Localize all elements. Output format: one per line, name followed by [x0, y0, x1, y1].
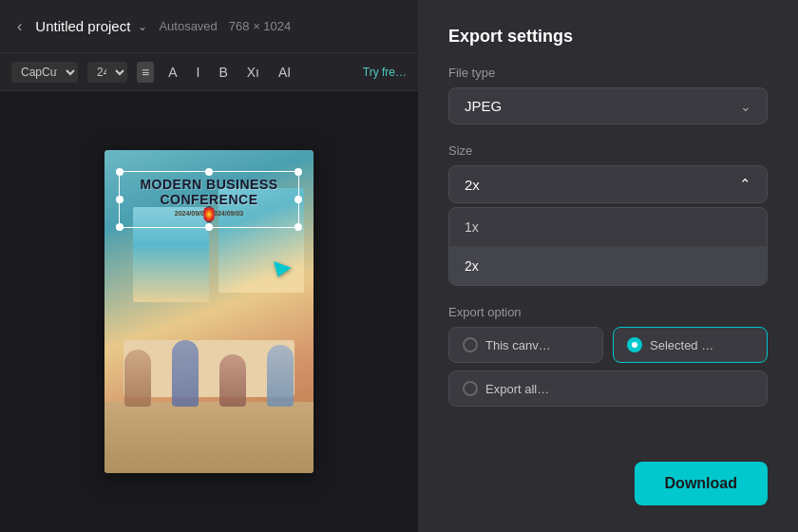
- handle-top-right[interactable]: [294, 168, 302, 176]
- size-label: Size: [448, 143, 768, 158]
- poster-figures: [114, 331, 304, 407]
- export-option-section: Export option This canv… Selected … Expo…: [448, 305, 768, 407]
- project-name: Untitled project: [35, 18, 130, 34]
- selected-label: Selected …: [650, 338, 713, 352]
- canvas-size: 768 × 1024: [229, 19, 291, 33]
- try-free-link[interactable]: Try fre…: [363, 66, 407, 79]
- canvas-area: 🏮 MODERN BUSINESS CONFERENCE 2024/09/01-…: [0, 91, 418, 532]
- file-type-chevron-icon: ⌄: [740, 99, 751, 114]
- export-title: Export settings: [448, 27, 768, 47]
- export-options-row: This canv… Selected …: [448, 327, 768, 363]
- handle-right-mid[interactable]: [294, 196, 302, 203]
- ai-button[interactable]: AI: [274, 62, 295, 83]
- font-selector[interactable]: CapCut-…: [11, 62, 78, 83]
- handle-bottom-left[interactable]: [116, 223, 124, 231]
- export-panel: Export settings File type JPEG ⌄ Size 2x…: [418, 0, 798, 532]
- font-size-selector[interactable]: 24 pt: [87, 62, 127, 83]
- selected-option[interactable]: Selected …: [613, 327, 768, 363]
- figure-2: [172, 340, 199, 407]
- size-section: Size 2x ⌃ 1x 2x: [448, 143, 768, 286]
- export-all-option[interactable]: Export all…: [448, 370, 768, 407]
- export-all-radio: [463, 381, 478, 396]
- size-value: 2x: [465, 177, 480, 193]
- editor-panel: ‹ Untitled project ⌄ Autosaved 768 × 102…: [0, 0, 418, 532]
- file-type-dropdown[interactable]: JPEG ⌄: [448, 87, 768, 124]
- editor-topbar: ‹ Untitled project ⌄ Autosaved 768 × 102…: [0, 0, 418, 53]
- file-type-section: File type JPEG ⌄: [448, 66, 768, 124]
- poster-floor: [104, 402, 314, 473]
- text-color-button[interactable]: A: [163, 62, 181, 83]
- xi-button[interactable]: Xı: [242, 62, 264, 83]
- figure-1: [124, 350, 151, 407]
- file-type-label: File type: [448, 66, 768, 80]
- canvas-card[interactable]: 🏮 MODERN BUSINESS CONFERENCE 2024/09/01-…: [104, 150, 314, 473]
- autosaved-status: Autosaved: [159, 19, 217, 33]
- handle-left-mid[interactable]: [116, 196, 124, 203]
- export-all-label: Export all…: [485, 382, 549, 396]
- this-canvas-option[interactable]: This canv…: [448, 327, 603, 363]
- size-chevron-icon: ⌃: [739, 176, 751, 193]
- size-options-list: 1x 2x: [448, 207, 768, 286]
- italic-button[interactable]: I: [192, 62, 205, 83]
- handle-top-left[interactable]: [116, 168, 124, 176]
- back-button[interactable]: ‹: [11, 14, 28, 39]
- bold-button[interactable]: B: [214, 62, 232, 83]
- align-button[interactable]: ≡: [137, 62, 154, 83]
- this-canvas-label: This canv…: [485, 338, 551, 352]
- project-chevron-icon[interactable]: ⌄: [138, 20, 147, 33]
- size-header[interactable]: 2x ⌃: [449, 166, 767, 202]
- export-option-label: Export option: [448, 305, 768, 319]
- file-type-value: JPEG: [465, 98, 502, 114]
- handle-top-mid[interactable]: [205, 168, 213, 176]
- handle-bottom-right[interactable]: [294, 223, 302, 231]
- selected-radio: [627, 337, 642, 352]
- size-dropdown: 2x ⌃: [448, 165, 768, 203]
- export-all-row: Export all…: [448, 370, 768, 407]
- this-canvas-radio: [463, 337, 478, 352]
- editor-toolbar: CapCut-… 24 pt ≡ A I B Xı AI Try fre…: [0, 53, 418, 91]
- figure-4: [267, 345, 294, 407]
- selection-overlay: [119, 171, 299, 228]
- handle-bottom-mid[interactable]: [205, 223, 213, 231]
- size-option-2x[interactable]: 2x: [449, 246, 767, 285]
- size-option-1x[interactable]: 1x: [449, 208, 767, 246]
- download-button[interactable]: Download: [635, 462, 768, 505]
- figure-3: [219, 354, 246, 407]
